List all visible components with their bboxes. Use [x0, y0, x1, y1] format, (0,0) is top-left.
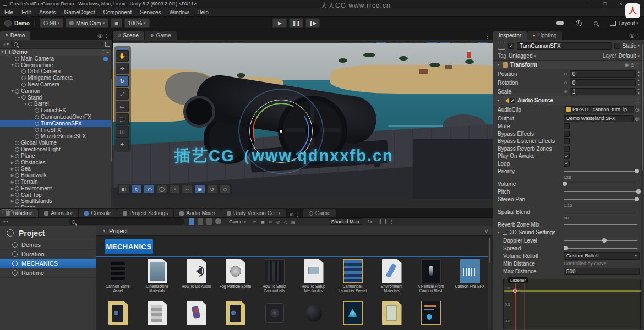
hierarchy-item-obstacles[interactable]: ▶Obstacles — [0, 160, 112, 166]
pitch-slider[interactable] — [564, 188, 640, 195]
console-error-icon[interactable] — [206, 218, 212, 225]
listener-line[interactable] — [515, 279, 516, 330]
bypass-reverb-zones-checkbox[interactable] — [564, 146, 570, 152]
folder-banner-mechanics[interactable]: MECHANICS — [105, 239, 153, 254]
tab-project-settings[interactable]: Project Settings — [117, 209, 173, 217]
hierarchy-item-global-volume[interactable]: Global Volume — [0, 140, 112, 146]
hierarchy-item-cinemachine[interactable]: ▼Cinemachine — [0, 62, 112, 69]
create-dropdown[interactable]: ＋▾ — [2, 41, 9, 47]
scale-tool[interactable]: ⤢ — [116, 88, 129, 100]
hierarchy-item-props[interactable]: ▶Props — [0, 205, 112, 207]
gameobject-name-field[interactable]: TurnCannonSFX — [517, 42, 612, 50]
layer-dropdown[interactable]: Default — [619, 53, 636, 59]
audio-mute-icon[interactable]: ◁ — [284, 219, 287, 224]
rolloff-curve-graph[interactable]: Listener 1.00.50.0 — [503, 279, 641, 329]
hierarchy-item-cannon[interactable]: ▼Cannon — [0, 88, 112, 95]
hierarchy-item-orbit-camera[interactable]: Orbit Camera — [0, 68, 112, 75]
hierarchy-item-terrain[interactable]: ▶Terrain — [0, 179, 112, 185]
transform-rotation-input[interactable]: 0 — [570, 79, 636, 86]
asset-row2-0[interactable] — [101, 301, 135, 326]
priority-slider[interactable] — [564, 168, 640, 174]
layout-dropdown[interactable]: Layout — [618, 20, 635, 26]
tab-console[interactable]: Console — [79, 209, 117, 217]
project-scrollbar[interactable] — [488, 237, 491, 329]
tab-inspector[interactable]: Inspector — [493, 31, 527, 40]
tab-game-bottom[interactable]: Game — [303, 209, 336, 217]
component-options-icons[interactable]: ◉ ⊜ ⋮ — [625, 62, 641, 68]
pause-button[interactable]: ❚❚ — [289, 18, 303, 28]
stats-icon[interactable]: ▤ — [291, 219, 296, 224]
project-content-header[interactable]: ▼ Project ˅ — [96, 226, 493, 236]
component-options-icons[interactable]: ⋮ — [636, 98, 641, 103]
gizmos-dropdown[interactable]: ❙ ❙ ⋮ — [378, 219, 394, 224]
doppler-level-slider[interactable] — [564, 237, 640, 244]
timeline-collapse-carets[interactable]: ▾ ▾ — [3, 219, 8, 224]
tag-dropdown[interactable]: Untagged — [509, 53, 532, 59]
scene-bottom-icon-6[interactable]: ◉ — [194, 185, 205, 194]
asset-a-particle-from-cannon-blast[interactable]: A Particle From Cannon Blast — [413, 259, 448, 293]
asset-row2-4[interactable] — [257, 301, 292, 326]
aspect-icon[interactable]: ▭ — [253, 219, 257, 224]
view-tool[interactable]: ✋ — [116, 50, 129, 62]
menu-assets[interactable]: Assets — [39, 9, 56, 15]
transform-header[interactable]: ▼ Transform ◉ ⊜ ⋮ — [493, 60, 644, 69]
project-folder-demos[interactable]: Demos — [0, 240, 96, 250]
asset-cannonball-launcher-preset[interactable]: Cannonball Launcher Preset — [335, 259, 370, 293]
maximize-button[interactable]: □ — [598, 1, 612, 7]
asset-row2-1[interactable] — [140, 301, 174, 326]
console-log-icon[interactable] — [189, 218, 194, 225]
active-checkbox[interactable]: ✓ — [508, 43, 514, 49]
scene-bottom-icon-3[interactable]: ◯ — [156, 185, 167, 194]
asset-row2-3[interactable] — [218, 301, 253, 326]
asset-fog-particle-sprite[interactable]: Fog Particle Sprite — [218, 259, 253, 293]
zoom-dropdown[interactable]: 100%▾ — [124, 18, 150, 28]
volume-slider[interactable] — [564, 180, 640, 187]
camera-context-dropdown[interactable]: Main Cam▾ — [66, 18, 108, 28]
asset-cannon-fire-sfx[interactable]: Cannon Fire SFX — [452, 259, 487, 293]
stereo-pan-slider[interactable] — [564, 196, 640, 202]
hierarchy-scene-root[interactable]: ▼Demo⋮ – — [0, 49, 112, 56]
scene-bottom-icon-0[interactable]: ◧ — [118, 185, 129, 194]
hierarchy-item-barrel[interactable]: ▼Barrel — [0, 101, 112, 107]
tab-audio-mixer[interactable]: Audio Mixer — [174, 209, 221, 217]
menu-file[interactable]: File — [4, 9, 13, 15]
tab-lighting[interactable]: ♦Lighting — [527, 31, 562, 40]
play-button[interactable]: ▶ — [272, 18, 287, 28]
history-icon[interactable] — [576, 20, 582, 26]
shaded-map-dropdown[interactable]: Shaded Map — [329, 218, 362, 225]
scene-viewport[interactable]: 插艺CG（www.qdnxxfb.cn ✋✛↻⤢▭⬚◫✦ ◧↻⤺◯◔≂◉⟳◇ — [113, 43, 493, 199]
menu-edit[interactable]: Edit — [21, 9, 31, 15]
tab-unity-version-co[interactable]: Unity Version Co▾ — [221, 209, 286, 217]
scene-bottom-icon-1[interactable]: ↻ — [131, 185, 142, 194]
hierarchy-item-environment[interactable]: ▶Environment — [0, 185, 112, 192]
search-icon[interactable] — [594, 21, 598, 25]
asset-row2-6[interactable] — [335, 301, 370, 326]
scene-bottom-icon-5[interactable]: ≂ — [182, 185, 193, 194]
asset-row2-5[interactable] — [296, 301, 331, 326]
asset-how-to-setup-mechanics[interactable]: How To Setup Mechanics — [296, 259, 331, 293]
custom-tool[interactable]: ✦ — [116, 139, 129, 150]
menu-component[interactable]: Component — [103, 9, 132, 15]
hierarchy-item-main-camera[interactable]: Main Camera — [0, 56, 112, 62]
minimize-button[interactable]: – — [582, 1, 596, 7]
mute-checkbox[interactable] — [564, 123, 570, 129]
collapse-chevron-icon[interactable]: ˅ — [485, 228, 488, 234]
hierarchy-item-launchfx[interactable]: LaunchFX — [0, 107, 112, 114]
asset-row2-8[interactable] — [413, 301, 448, 326]
hierarchy-item-firesfx[interactable]: FireSFX — [0, 127, 112, 134]
asset-row2-7[interactable] — [374, 301, 409, 326]
spread-slider[interactable] — [564, 245, 640, 251]
bypass-effects-checkbox[interactable] — [564, 131, 570, 137]
tab-scene[interactable]: #Scene — [113, 31, 144, 40]
hierarchy-item-cart-top[interactable]: ▶Cart Top — [0, 192, 112, 199]
hierarchy-item-cannonloadoverfx[interactable]: CannonLoadOverFX — [0, 114, 112, 120]
hierarchy-item-turncannonsfx[interactable]: TurnCannonSFX — [0, 120, 112, 127]
hierarchy-item-new-camera[interactable]: New Camera — [0, 81, 112, 88]
console-warn-icon[interactable] — [198, 218, 203, 225]
transform-scale-input[interactable]: 1 — [570, 88, 636, 95]
snap-tool[interactable]: ◫ — [116, 126, 129, 138]
bypass-listener-effects-checkbox[interactable] — [564, 138, 570, 144]
static-checkbox[interactable] — [614, 43, 620, 49]
step-button[interactable]: ❚▶ — [305, 18, 320, 28]
sound3d-header[interactable]: ▼ 3D Sound Settings — [493, 228, 644, 237]
